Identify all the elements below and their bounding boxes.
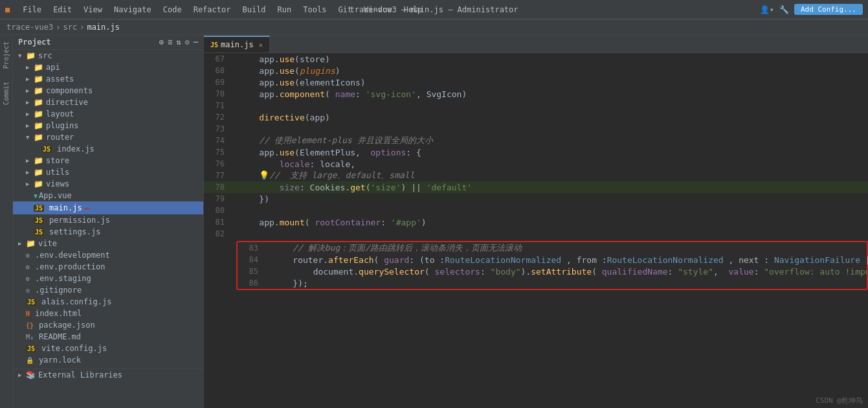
locate-icon[interactable]: ⊕ [159, 38, 164, 47]
menu-view[interactable]: View [78, 4, 107, 16]
sidebar-item-components[interactable]: ▶ 📁 components [13, 85, 203, 96]
folder-icon: 📁 [34, 63, 43, 72]
collapse-all-icon[interactable]: ≡ [168, 38, 172, 47]
left-activity-bar: Project Commit [0, 35, 13, 408]
sidebar-item-label: index.html [35, 309, 82, 318]
sidebar-item-gitignore[interactable]: ⊙ .gitignore [13, 284, 203, 296]
json-icon: {} [26, 322, 34, 329]
breadcrumb-part-1[interactable]: src [63, 23, 77, 32]
sidebar-item-mainjs[interactable]: JS main.js ← [13, 201, 203, 214]
sidebar-item-directive[interactable]: ▶ 📁 directive [13, 96, 203, 108]
sidebar-item-yarnlock[interactable]: 🔒 yarn.lock [13, 354, 203, 366]
sidebar-item-label: External Libraries [38, 370, 122, 380]
sidebar-item-views[interactable]: ▶ 📁 views [13, 178, 203, 190]
menu-tools[interactable]: Tools [298, 4, 331, 16]
sidebar-item-appvue[interactable]: ▼ App.vue [13, 190, 203, 201]
code-scroll[interactable]: 67 app.use(store) 68 app.use(plugins) 69… [204, 53, 868, 408]
folder-icon: 📁 [34, 109, 43, 119]
js-icon: JS [41, 146, 52, 153]
sidebar-item-alais[interactable]: JS alais.config.js [13, 296, 203, 308]
menu-edit[interactable]: Edit [48, 4, 77, 16]
tab-file-icon: JS [210, 41, 218, 49]
line-code: }) [236, 194, 269, 204]
breadcrumb-part-0[interactable]: trace-vue3 [6, 23, 53, 32]
sidebar-item-src[interactable]: ▼ 📁 src [13, 50, 203, 62]
sidebar-item-label: .env.development [35, 251, 110, 260]
line-code: app.use(store) [236, 54, 330, 64]
sort-icon[interactable]: ⇅ [176, 38, 181, 47]
sidebar-header: Project ⊕ ≡ ⇅ ⚙ — [13, 35, 203, 50]
menu-run[interactable]: Run [273, 4, 297, 16]
line-number: 86 [238, 278, 266, 288]
user-icon[interactable]: 👤▾ [760, 5, 774, 14]
line-number: 84 [238, 255, 266, 264]
folder-icon: 📁 [34, 179, 43, 188]
sidebar-item-router-index[interactable]: JS index.js [13, 143, 203, 155]
tab-close-button[interactable]: ✕ [259, 41, 263, 49]
sidebar-item-label: vite [38, 239, 57, 248]
settings-icon[interactable]: ⚙ [185, 38, 190, 47]
line-code: document.querySelector( selectors: "body… [270, 267, 868, 277]
project-label[interactable]: Project [3, 41, 10, 69]
sidebar-item-router[interactable]: ▼ 📁 router [13, 131, 203, 143]
sidebar-item-utils[interactable]: ▶ 📁 utils [13, 166, 203, 178]
code-line-78: 78 size: Cookies.get('size') || 'default… [204, 181, 868, 193]
sidebar-item-api[interactable]: ▶ 📁 api [13, 62, 203, 73]
line-code: size: Cookies.get('size') || 'default' [236, 183, 472, 192]
js-icon: JS [34, 229, 44, 236]
line-code: directive(app) [236, 113, 330, 122]
sidebar-item-external-libs[interactable]: ▶ 📚 External Libraries [13, 368, 203, 381]
sidebar-item-label: layout [46, 109, 74, 119]
sidebar-item-env-prod[interactable]: ⚙ .env.production [13, 261, 203, 273]
folder-icon: 📁 [34, 168, 43, 177]
line-code: }); [270, 278, 308, 288]
code-line-70: 70 app.component( name: 'svg-icon', SvgI… [204, 88, 868, 100]
close-sidebar-icon[interactable]: — [194, 38, 198, 47]
menu-code[interactable]: Code [158, 4, 187, 16]
sidebar-icon-bar: ⊕ ≡ ⇅ ⚙ — [159, 38, 198, 47]
sidebar-item-label: .env.production [35, 262, 105, 271]
md-icon: M↓ [26, 334, 34, 341]
sidebar-item-label: README.md [39, 332, 81, 341]
sidebar-item-label: directive [46, 98, 88, 107]
sidebar-item-label: store [46, 156, 69, 165]
add-config-button[interactable]: Add Config... [794, 4, 863, 15]
tab-mainjs[interactable]: JS main.js ✕ [204, 36, 270, 52]
sidebar-item-env-staging[interactable]: ⚙ .env.staging [13, 273, 203, 284]
breadcrumb-part-2[interactable]: main.js [87, 23, 120, 32]
line-number: 81 [204, 218, 232, 227]
sidebar-item-vite[interactable]: ▶ 📁 vite [13, 238, 203, 249]
sidebar-item-store[interactable]: ▶ 📁 store [13, 155, 203, 166]
sidebar-item-assets[interactable]: ▶ 📁 assets [13, 73, 203, 85]
sidebar-item-viteconfigjs[interactable]: JS vite.config.js [13, 343, 203, 354]
library-icon: 📚 [26, 370, 36, 380]
sidebar-item-label: components [46, 86, 93, 95]
git-icon[interactable]: 🔧 [779, 5, 789, 14]
sidebar-item-label: src [38, 51, 52, 60]
sidebar-item-settingsjs[interactable]: JS settings.js [13, 226, 203, 238]
sidebar-item-label: plugins [46, 121, 79, 130]
menu-navigate[interactable]: Navigate [109, 4, 157, 16]
code-line-67: 67 app.use(store) [204, 53, 868, 65]
line-number: 67 [204, 54, 232, 63]
sidebar-item-layout[interactable]: ▶ 📁 layout [13, 108, 203, 120]
sidebar-item-indexhtml[interactable]: H index.html [13, 308, 203, 319]
line-number: 74 [204, 136, 232, 145]
titlebar: ■ File Edit View Navigate Code Refactor … [0, 0, 868, 19]
code-line-84: 84 router.afterEach( guard: (to :RouteLo… [238, 254, 867, 266]
menu-file[interactable]: File [17, 4, 47, 16]
sidebar-item-permissionjs[interactable]: JS permission.js [13, 214, 203, 226]
sidebar-item-readme[interactable]: M↓ README.md [13, 331, 203, 343]
sidebar-item-env-dev[interactable]: ⚙ .env.development [13, 249, 203, 261]
line-number: 85 [238, 267, 266, 276]
menu-build[interactable]: Build [237, 4, 271, 16]
code-line-69: 69 app.use(elementIcons) [204, 76, 868, 88]
watermark: CSDN @乾坤鸟 [816, 396, 863, 405]
sidebar-item-plugins[interactable]: ▶ 📁 plugins [13, 120, 203, 131]
menu-refactor[interactable]: Refactor [188, 4, 236, 16]
folder-icon: 📁 [34, 98, 43, 107]
folder-icon: 📁 [34, 121, 43, 130]
sidebar-item-packagejson[interactable]: {} package.json [13, 319, 203, 331]
commit-label[interactable]: Commit [3, 82, 10, 105]
tree-container: ▼ 📁 src ▶ 📁 api ▶ 📁 assets ▶ [13, 50, 203, 381]
